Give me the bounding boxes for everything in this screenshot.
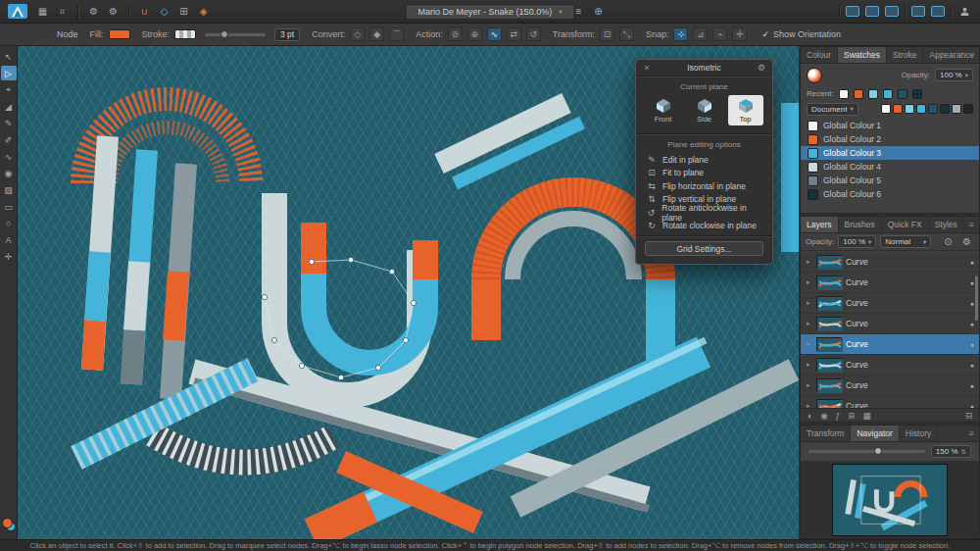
- move-tool-icon[interactable]: ↖: [1, 49, 17, 64]
- chevron-right-icon[interactable]: ▸: [807, 340, 812, 348]
- pen-tool-icon[interactable]: ✎: [1, 116, 17, 130]
- chevron-right-icon[interactable]: ▸: [807, 381, 812, 389]
- plane-front-button[interactable]: Front: [646, 95, 681, 125]
- rectangle-tool-icon[interactable]: ▭: [1, 199, 17, 214]
- grid-settings-button[interactable]: Grid Settings...: [645, 241, 763, 256]
- layer-settings-gear-icon[interactable]: ⚙: [959, 234, 974, 249]
- layers-opacity-dropdown[interactable]: 100 %▾: [838, 235, 876, 248]
- reverse-curves-icon[interactable]: ↺: [526, 27, 541, 41]
- fx-icon[interactable]: ƒ: [836, 411, 841, 421]
- chevron-right-icon[interactable]: ▸: [807, 258, 812, 266]
- close-icon[interactable]: ×: [642, 63, 652, 73]
- transparency-tool-icon[interactable]: ▨: [1, 182, 17, 197]
- recent-swatch[interactable]: [883, 89, 893, 99]
- add-to-selection-icon[interactable]: [931, 6, 945, 17]
- visibility-dot-icon[interactable]: ●: [970, 362, 974, 369]
- stroke-width-slider[interactable]: [205, 33, 266, 36]
- opacity-dropdown[interactable]: 100 %▾: [935, 69, 973, 81]
- palette-swatch[interactable]: [881, 104, 891, 114]
- visibility-dot-icon[interactable]: ●: [970, 321, 974, 327]
- grid-options-icon[interactable]: ⌗: [55, 4, 70, 19]
- palette-swatch[interactable]: [916, 104, 926, 114]
- transform-mode-icon[interactable]: ⊕: [591, 4, 606, 19]
- fill-stroke-indicator[interactable]: [2, 518, 16, 531]
- pencil-tool-icon[interactable]: ✐: [1, 132, 17, 147]
- global-colour-row[interactable]: Global Colour 4: [801, 160, 979, 174]
- panel-settings-icon[interactable]: ⚙: [757, 63, 766, 73]
- transform-mode-icon[interactable]: ⊡: [600, 27, 614, 41]
- text-tool-icon[interactable]: A: [1, 232, 17, 247]
- account-person-icon[interactable]: [957, 4, 972, 19]
- fill-tool-icon[interactable]: ◉: [1, 166, 17, 180]
- layer-row-selected[interactable]: ▸Curve●: [801, 334, 979, 355]
- plane-side-button[interactable]: Side: [687, 95, 722, 125]
- navigator-thumbnail[interactable]: [832, 464, 948, 536]
- point-transform-tool-icon[interactable]: ⌖: [1, 82, 17, 97]
- adjustment-icon[interactable]: ◉: [820, 411, 827, 421]
- layer-row[interactable]: ▸Curve●: [801, 293, 979, 314]
- artboard-icon[interactable]: ▦: [35, 4, 50, 19]
- visibility-dot-icon[interactable]: ●: [970, 341, 974, 348]
- convert-smart-node-icon[interactable]: ⌒: [389, 27, 404, 41]
- layer-row[interactable]: ▸Curve●: [801, 355, 979, 376]
- palette-swatch[interactable]: [893, 104, 903, 114]
- insert-inside-icon[interactable]: [885, 6, 899, 17]
- snap-to-geometry-icon[interactable]: ⊿: [693, 27, 708, 41]
- snapping-magnet-icon[interactable]: ∪: [137, 4, 152, 19]
- assets-icon[interactable]: ⊞: [176, 4, 191, 19]
- zoom-slider-thumb[interactable]: [874, 447, 882, 455]
- tab-navigator[interactable]: Navigator: [851, 426, 899, 441]
- colour-wheel-icon[interactable]: [807, 68, 822, 83]
- ellipse-tool-icon[interactable]: ○: [1, 216, 17, 230]
- global-colour-row[interactable]: Global Colour 2: [801, 132, 979, 146]
- close-curve-icon[interactable]: ⊕: [467, 27, 482, 41]
- tab-layers[interactable]: Layers: [801, 217, 839, 232]
- chevron-right-icon[interactable]: ▸: [807, 320, 812, 327]
- zoom-slider[interactable]: [808, 450, 925, 453]
- layer-row[interactable]: ▸Curve●: [801, 252, 979, 273]
- zoom-value-box[interactable]: 150 %⇅: [931, 445, 971, 458]
- fill-color-circle[interactable]: [2, 518, 13, 528]
- visibility-dot-icon[interactable]: ●: [970, 259, 974, 266]
- rotate-anticlockwise-option[interactable]: ↺Rotate anticlockwise in plane: [636, 206, 772, 220]
- recent-swatch[interactable]: [898, 89, 907, 99]
- insert-on-top-icon[interactable]: [865, 6, 879, 17]
- vector-brush-tool-icon[interactable]: ∿: [1, 149, 17, 164]
- visibility-dot-icon[interactable]: ●: [970, 300, 974, 307]
- layer-row[interactable]: ▸Curve●: [801, 376, 979, 396]
- new-group-icon[interactable]: ⊞: [848, 411, 855, 421]
- insert-behind-icon[interactable]: [846, 6, 859, 17]
- panel-menu-icon[interactable]: ≡: [964, 217, 979, 232]
- visibility-dot-icon[interactable]: ●: [970, 382, 974, 389]
- global-colour-row[interactable]: Global Colour 1: [801, 119, 979, 132]
- flip-horizontal-option[interactable]: ⇆Flip horizontal in plane: [636, 179, 772, 193]
- layer-row[interactable]: ▸Curve●: [801, 273, 979, 293]
- palette-swatch[interactable]: [940, 104, 950, 114]
- gear-icon[interactable]: ⚙: [86, 4, 101, 19]
- tab-brushes[interactable]: Brushes: [839, 217, 882, 232]
- preferences-icon[interactable]: ⚙: [106, 4, 121, 19]
- tab-colour[interactable]: Colour: [801, 47, 838, 63]
- isometric-panel-titlebar[interactable]: × Isometric ⚙: [636, 60, 772, 76]
- tab-quick-fx[interactable]: Quick FX: [882, 217, 929, 232]
- visibility-dot-icon[interactable]: ●: [970, 279, 974, 286]
- tab-appearance[interactable]: Appearance: [923, 47, 980, 63]
- document-title-dropdown[interactable]: Mario De Meyer - Snake (150.0%) ▾: [406, 4, 575, 20]
- stroke-width-value[interactable]: 3 pt: [274, 28, 300, 41]
- tab-swatches[interactable]: Swatches: [838, 47, 887, 63]
- palette-swatch[interactable]: [905, 104, 914, 114]
- snap-to-node-icon[interactable]: ⊹: [673, 27, 688, 41]
- chevron-right-icon[interactable]: ▸: [807, 278, 812, 286]
- show-orientation-checkbox[interactable]: ✓ Show Orientation: [761, 29, 841, 39]
- node-tool-icon[interactable]: ▷: [1, 66, 17, 80]
- app-logo[interactable]: [8, 4, 27, 19]
- tab-history[interactable]: History: [900, 426, 938, 441]
- smooth-curve-icon[interactable]: ∿: [487, 27, 502, 41]
- convert-sharp-node-icon[interactable]: ◇: [350, 27, 365, 41]
- join-curves-icon[interactable]: ⇄: [507, 27, 521, 41]
- palette-swatch[interactable]: [928, 104, 938, 114]
- view-tool-icon[interactable]: ✛: [1, 249, 17, 264]
- break-curve-icon[interactable]: ⊘: [448, 27, 463, 41]
- new-layer-icon[interactable]: ▦: [862, 411, 870, 421]
- chevron-right-icon[interactable]: ▸: [807, 361, 812, 369]
